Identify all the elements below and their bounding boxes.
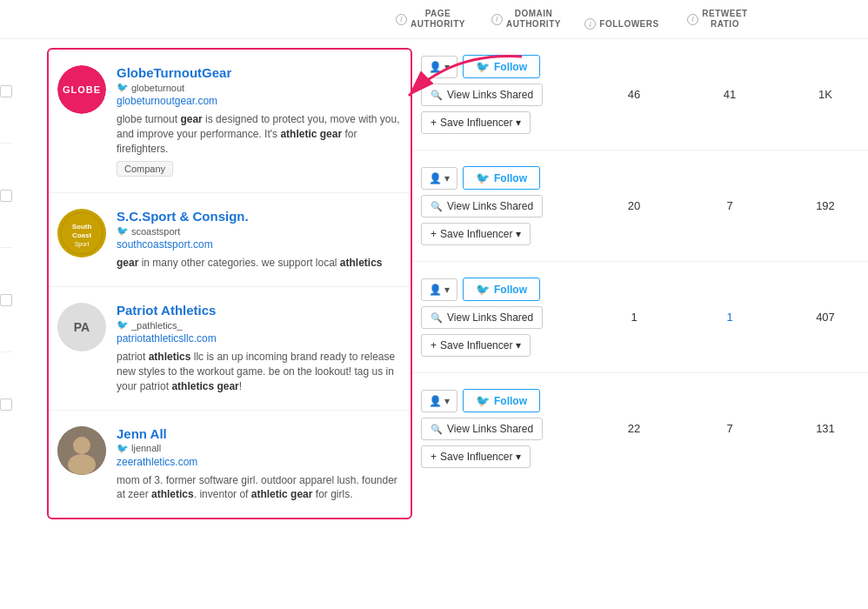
search-icon-3: 🔍 <box>431 312 443 324</box>
twitter-handle-patriot: 🐦 _pathletics_ <box>117 319 402 331</box>
save-influencer-label-3: Save Influencer <box>440 339 512 351</box>
website-jenn[interactable]: zeerathletics.com <box>117 456 402 468</box>
checkbox-4[interactable] <box>0 398 12 411</box>
save-dropdown-arrow-1: ▾ <box>516 117 521 129</box>
view-links-button-2[interactable]: 🔍 View Links Shared <box>421 195 543 218</box>
checkbox-3[interactable] <box>0 294 12 306</box>
dropdown-arrow-1: ▾ <box>444 61 450 73</box>
person-icon-1: 👤 <box>429 61 442 73</box>
dropdown-arrow-4: ▾ <box>444 395 450 407</box>
search-icon-2: 🔍 <box>431 201 443 212</box>
stat-page-authority-4: 22 <box>586 422 682 435</box>
person-dropdown-button-3[interactable]: 👤 ▾ <box>421 278 457 301</box>
stat-domain-authority-4: 7 <box>682 422 778 435</box>
main-content: GLOBE GlobeTurnoutGear 🐦 globeturnout gl… <box>0 39 868 528</box>
stat-domain-authority-3: 1 <box>682 311 778 324</box>
twitter-bird-2: 🐦 <box>476 171 490 184</box>
influencer-info-jenn: Jenn All 🐦 ljennall zeerathletics.com mo… <box>117 426 402 503</box>
dropdown-arrow-3: ▾ <box>444 284 450 296</box>
twitter-handle-sc: 🐦 scoastsport <box>117 225 402 237</box>
website-sc[interactable]: southcoastsport.com <box>117 238 402 251</box>
save-dropdown-arrow-4: ▾ <box>516 451 521 463</box>
actions-col-1: 👤 ▾ 🐦 Follow 🔍 View Links Shared + <box>412 55 586 134</box>
save-dropdown-arrow-2: ▾ <box>516 228 521 240</box>
checkbox-spacer-1 <box>0 39 12 144</box>
influencer-name-sc: S.C.Sport & Consign. <box>117 209 402 224</box>
info-icon-followers[interactable]: i <box>584 18 596 30</box>
header-label-domain-authority: DOMAINAUTHORITY <box>506 9 561 30</box>
save-dropdown-arrow-3: ▾ <box>516 339 521 351</box>
info-icon-domain-authority[interactable]: i <box>491 14 503 25</box>
save-influencer-label-1: Save Influencer <box>440 117 512 129</box>
header-label-page-authority: PAGEAUTHORITY <box>411 9 465 30</box>
dropdown-arrow-2: ▾ <box>444 172 450 184</box>
avatar-patriot: PA <box>57 303 106 351</box>
person-icon-2: 👤 <box>429 172 442 184</box>
twitter-username-globe: globeturnout <box>131 83 184 93</box>
stat-domain-authority-1: 41 <box>682 88 778 101</box>
stat-page-authority-1: 46 <box>586 88 682 101</box>
save-influencer-button-2[interactable]: + Save Influencer ▾ <box>421 223 531 245</box>
twitter-icon-globe: 🐦 <box>117 82 129 93</box>
description-patriot: patriot athletics llc is an up incoming … <box>117 350 402 393</box>
save-influencer-button-3[interactable]: + Save Influencer ▾ <box>421 334 531 357</box>
view-links-label-3: View Links Shared <box>447 311 533 324</box>
view-links-button-3[interactable]: 🔍 View Links Shared <box>421 306 543 329</box>
right-panel: 👤 ▾ 🐦 Follow 🔍 View Links Shared + <box>412 39 868 528</box>
influencer-info-sc: S.C.Sport & Consign. 🐦 scoastsport south… <box>117 209 402 271</box>
website-globe[interactable]: globeturnoutgear.com <box>117 95 402 107</box>
btn-row-top-3: 👤 ▾ 🐦 Follow <box>421 278 586 301</box>
person-icon-3: 👤 <box>429 284 442 296</box>
person-dropdown-button-4[interactable]: 👤 ▾ <box>421 390 457 412</box>
person-dropdown-button-1[interactable]: 👤 ▾ <box>421 56 457 78</box>
stat-page-authority-2: 20 <box>586 199 682 212</box>
influencer-name-patriot: Patriot Athletics <box>117 303 402 318</box>
left-panel: GLOBE GlobeTurnoutGear 🐦 globeturnout gl… <box>47 48 412 519</box>
avatar-jenn <box>57 426 106 475</box>
website-patriot[interactable]: patriotathleticsllc.com <box>117 332 402 345</box>
btn-row-top-4: 👤 ▾ 🐦 Follow <box>421 389 586 412</box>
svg-point-7 <box>68 454 96 475</box>
follow-button-3[interactable]: 🐦 Follow <box>463 278 540 301</box>
follow-label-4: Follow <box>494 395 527 407</box>
svg-point-6 <box>73 437 90 454</box>
person-dropdown-button-2[interactable]: 👤 ▾ <box>421 167 457 190</box>
info-icon-retweet-ratio[interactable]: i <box>687 14 698 25</box>
checkbox-2[interactable] <box>0 190 12 202</box>
globe-logo: GLOBE <box>57 65 106 114</box>
header-col-retweet-ratio: i RETWEETRATIO <box>670 9 765 30</box>
follow-button-2[interactable]: 🐦 Follow <box>463 166 540 190</box>
page-wrapper: i PAGEAUTHORITY i DOMAINAUTHORITY i FOLL… <box>0 0 868 609</box>
checkbox-spacer-2 <box>0 144 12 248</box>
checkbox-column <box>0 39 12 528</box>
influencer-info-globe: GlobeTurnoutGear 🐦 globeturnout globetur… <box>117 65 402 177</box>
svg-text:South: South <box>72 223 92 231</box>
search-icon-4: 🔍 <box>431 424 443 435</box>
twitter-handle-globe: 🐦 globeturnout <box>117 82 402 93</box>
follow-button-1[interactable]: 🐦 Follow <box>463 55 540 78</box>
actions-col-3: 👤 ▾ 🐦 Follow 🔍 View Links Shared + <box>412 278 586 357</box>
checkbox-1[interactable] <box>0 85 12 97</box>
follow-label-3: Follow <box>494 284 527 296</box>
checkbox-spacer-3 <box>0 248 12 352</box>
follow-button-4[interactable]: 🐦 Follow <box>463 389 540 412</box>
avatar-globe: GLOBE <box>57 65 106 114</box>
save-influencer-button-4[interactable]: + Save Influencer ▾ <box>421 445 531 468</box>
influencer-row-patriot: PA Patriot Athletics 🐦 _pathletics_ patr… <box>49 287 411 410</box>
view-links-button-4[interactable]: 🔍 View Links Shared <box>421 418 543 440</box>
actions-col-2: 👤 ▾ 🐦 Follow 🔍 View Links Shared + <box>412 166 586 245</box>
info-icon-page-authority[interactable]: i <box>396 14 407 25</box>
stat-followers-3: 407 <box>778 311 868 324</box>
twitter-username-jenn: ljennall <box>131 443 161 453</box>
checkbox-spacer-4 <box>0 352 12 457</box>
avatar-sc: South Coast Sport <box>57 209 106 258</box>
stat-page-authority-3: 1 <box>586 311 682 324</box>
header-col-domain-authority: i DOMAINAUTHORITY <box>478 9 574 30</box>
search-icon-1: 🔍 <box>431 90 443 101</box>
follow-label-1: Follow <box>494 61 527 73</box>
influencer-row-jenn: Jenn All 🐦 ljennall zeerathletics.com mo… <box>49 411 411 519</box>
view-links-button-1[interactable]: 🔍 View Links Shared <box>421 84 543 106</box>
action-stat-row-4: 👤 ▾ 🐦 Follow 🔍 View Links Shared + <box>412 373 868 484</box>
save-influencer-button-1[interactable]: + Save Influencer ▾ <box>421 111 531 134</box>
plus-icon-3: + <box>431 339 437 351</box>
